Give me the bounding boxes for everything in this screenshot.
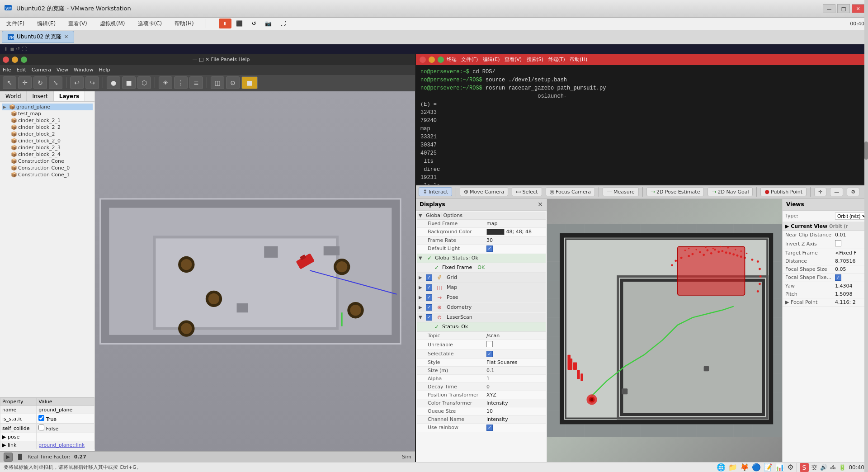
tab-layers[interactable]: Layers	[54, 91, 85, 101]
taskbar-icon-4[interactable]: 🔵	[752, 463, 761, 472]
prop-value-name[interactable]: ground_plane	[37, 406, 94, 414]
pose-header[interactable]: ▶ ✓ → Pose	[417, 293, 546, 302]
snap-tool[interactable]: ≡	[189, 76, 203, 89]
ls-size-value[interactable]: 0.1	[486, 368, 542, 373]
active-tool[interactable]: ■	[241, 76, 258, 89]
rviz-publish-btn[interactable]: ● Publish Point	[760, 187, 807, 196]
tab-world[interactable]: World	[0, 91, 27, 101]
rviz-measure-btn[interactable]: — Measure	[603, 187, 639, 196]
power-button[interactable]: ⬛	[233, 19, 246, 28]
laserscan-checkbox[interactable]: ✓	[426, 314, 432, 321]
tree-item-cb22[interactable]: 📦 cinder_block_2_2	[2, 124, 93, 131]
pose-checkbox[interactable]: ✓	[426, 294, 432, 301]
minimize-button[interactable]: —	[823, 4, 835, 13]
maximize-button[interactable]: □	[837, 4, 850, 13]
tree-item-cone0[interactable]: 📦 Construction Cone_0	[2, 165, 93, 171]
screenshot-gz-tool[interactable]: ◫	[211, 76, 224, 89]
rotate-tool[interactable]: ↻	[33, 76, 47, 89]
gazebo-menu-help[interactable]: Help	[99, 67, 110, 73]
gazebo-close[interactable]	[3, 57, 9, 63]
gazebo-menu-window[interactable]: Window	[74, 67, 93, 73]
taskbar-icon-7[interactable]: ⚙	[787, 463, 793, 472]
fixed-frame-value[interactable]: map	[486, 221, 542, 227]
ls-channel-value[interactable]: intensity	[486, 416, 542, 422]
ls-queue-value[interactable]: 10	[486, 408, 542, 414]
unreliable-checkbox[interactable]	[486, 341, 493, 347]
taskbar-input-method[interactable]: 交	[811, 463, 817, 472]
tree-item-cb24[interactable]: 📦 cinder_block_2_4	[2, 151, 93, 158]
menu-file[interactable]: 文件(F)	[4, 19, 27, 28]
is-static-checkbox[interactable]	[38, 415, 44, 421]
screenshot-button[interactable]: 📷	[262, 19, 275, 28]
rviz-extra-btn3[interactable]: ⚙	[847, 188, 859, 196]
record-tool[interactable]: ⊙	[226, 76, 240, 89]
scale-tool[interactable]: ⤡	[49, 76, 62, 89]
rviz-select-btn[interactable]: ▭ Select	[512, 187, 542, 196]
pause-button[interactable]: ⏸	[219, 19, 231, 28]
vm-tab-close[interactable]: ✕	[64, 34, 68, 40]
self-collide-checkbox[interactable]	[38, 425, 44, 430]
tree-item-test-map[interactable]: 📦 test_map	[2, 110, 93, 117]
gazebo-menu-edit[interactable]: Edit	[16, 67, 26, 73]
global-options-header[interactable]: ▼ Global Options	[417, 212, 546, 220]
terminal-content[interactable]: no@persevere:~$ cd ROS/ no@persevere:~/R…	[416, 65, 868, 184]
taskbar-icon-3[interactable]: 🦊	[740, 463, 749, 472]
menu-help[interactable]: 帮助(H)	[172, 19, 196, 28]
close-button[interactable]: ✕	[852, 4, 864, 13]
odometry-header[interactable]: ▶ ✓ ⊕ Odometry	[417, 303, 546, 312]
taskbar-icon-6[interactable]: 📊	[775, 463, 784, 472]
bg-color-value[interactable]: 48; 48; 48	[486, 229, 542, 235]
displays-scrollbar[interactable]	[864, 199, 868, 462]
focal-shape-checkbox[interactable]: ✓	[835, 274, 841, 281]
term-min[interactable]	[429, 57, 435, 63]
rviz-navgoal-btn[interactable]: → 2D Nav Goal	[708, 187, 753, 196]
taskbar-icon-5[interactable]: 📝	[764, 463, 773, 472]
taskbar-audio[interactable]: 🔊	[820, 464, 827, 471]
target-frame-value[interactable]: <Fixed F	[835, 250, 865, 256]
invert-z-checkbox[interactable]	[835, 240, 841, 246]
gazebo-menu-camera[interactable]: Camera	[32, 67, 51, 73]
ls-pos-transform-value[interactable]: XYZ	[486, 392, 542, 398]
ls-color-transform-value[interactable]: Intensity	[486, 400, 542, 406]
selectable-checkbox[interactable]: ✓	[486, 351, 493, 357]
gazebo-viewport[interactable]	[95, 91, 415, 451]
taskbar-icon-1[interactable]: 🌐	[717, 463, 726, 472]
tree-item-cb2[interactable]: 📦 cinder_block_2	[2, 131, 93, 137]
gazebo-max[interactable]	[21, 57, 27, 63]
taskbar-icon-8[interactable]: S	[800, 463, 809, 472]
focal-shape-size-value[interactable]: 0.05	[835, 266, 865, 272]
rviz-interact-btn[interactable]: ↕ Interact	[419, 187, 452, 196]
prop-value-link[interactable]: ground_plane::link	[37, 441, 94, 449]
gazebo-menu-file[interactable]: File	[3, 67, 11, 73]
tree-item-cb21[interactable]: 📦 cinder_block_2_1	[2, 117, 93, 124]
tab-insert[interactable]: Insert	[27, 91, 53, 101]
pitch-value[interactable]: 1.5098	[835, 291, 865, 297]
select-tool[interactable]: ↖	[3, 76, 16, 89]
rviz-extra-btn[interactable]: ✛	[814, 188, 826, 196]
ls-topic-value[interactable]: /scan	[486, 333, 542, 339]
rviz-viewport[interactable]	[547, 199, 782, 462]
displays-close-btn[interactable]: ✕	[538, 201, 543, 208]
ls-alpha-value[interactable]: 1	[486, 376, 542, 382]
yaw-value[interactable]: 1.4304	[835, 283, 865, 289]
gazebo-min[interactable]	[12, 57, 18, 63]
distance-value[interactable]: 8.70516	[835, 258, 865, 264]
rviz-focus-btn[interactable]: ◎ Focus Camera	[546, 187, 595, 196]
undo-tool[interactable]: ↩	[70, 76, 84, 89]
restart-button[interactable]: ↺	[248, 19, 260, 28]
type-select[interactable]: Orbit (rviz)	[835, 212, 868, 220]
tree-item-cone1[interactable]: 📦 Construction Cone_1	[2, 171, 93, 178]
sim-play-button[interactable]: ▶	[4, 453, 13, 462]
sun-tool[interactable]: ☀	[159, 76, 172, 89]
vm-tab[interactable]: VM Ubuntu02 的克隆 ✕	[2, 31, 74, 43]
odometry-checkbox[interactable]: ✓	[426, 304, 432, 311]
rviz-2dpose-btn[interactable]: → 2D Pose Estimate	[646, 187, 704, 196]
term-max[interactable]	[438, 57, 444, 63]
gazebo-menu-view[interactable]: View	[57, 67, 68, 73]
cylinder-tool[interactable]: ⬡	[137, 76, 151, 89]
default-light-checkbox[interactable]: ✓	[486, 245, 493, 252]
grid-header[interactable]: ▶ ✓ # Grid	[417, 273, 546, 283]
grid-checkbox[interactable]: ✓	[426, 274, 432, 281]
taskbar-icon-2[interactable]: 📁	[728, 463, 737, 472]
wireframe-tool[interactable]: ⋮	[174, 76, 188, 89]
